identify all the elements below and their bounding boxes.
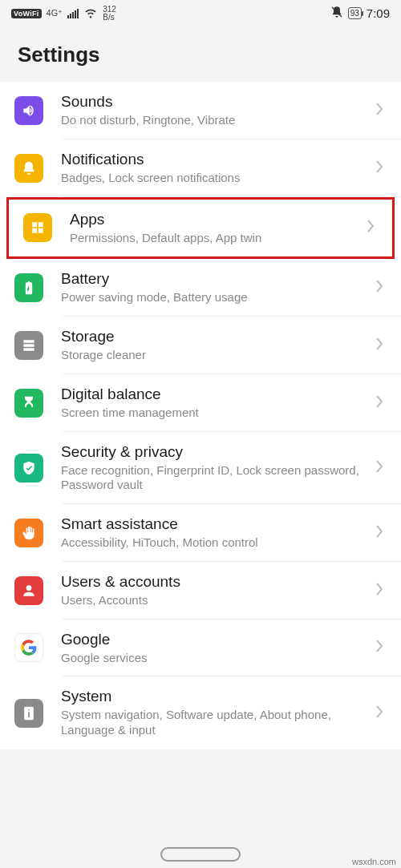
chevron-right-icon (375, 337, 387, 353)
navbar (0, 847, 401, 862)
user-icon (14, 576, 43, 605)
row-title: Google (61, 631, 375, 648)
row-google[interactable]: Google Google services (0, 620, 401, 677)
row-system[interactable]: System System navigation, Software updat… (0, 676, 401, 749)
row-sounds[interactable]: Sounds Do not disturb, Ringtone, Vibrate (0, 82, 401, 139)
row-sub: Do not disturb, Ringtone, Vibrate (61, 113, 375, 128)
status-right: 93 7:09 (330, 6, 390, 21)
attribution: wsxdn.com (352, 857, 396, 866)
status-bar: VoWiFi 4G⁺ 312 B/s 93 7:09 (0, 0, 401, 25)
network-gen: 4G⁺ (47, 8, 63, 18)
row-title: Sounds (61, 93, 375, 111)
row-title: Storage (61, 328, 375, 345)
row-title: Notifications (61, 151, 375, 168)
chevron-right-icon (367, 220, 378, 236)
row-storage[interactable]: Storage Storage cleaner (0, 317, 401, 374)
hourglass-icon (14, 389, 43, 418)
chevron-right-icon (375, 395, 387, 411)
row-title: Smart assistance (61, 515, 375, 533)
settings-list: Sounds Do not disturb, Ringtone, Vibrate… (0, 82, 401, 749)
row-notifications[interactable]: Notifications Badges, Lock screen notifi… (0, 139, 401, 197)
storage-icon (14, 331, 43, 360)
page-title: Settings (0, 25, 401, 82)
chevron-right-icon (375, 460, 387, 476)
battery-icon (14, 273, 43, 302)
shield-icon (14, 454, 43, 482)
row-sub: Screen time management (61, 406, 375, 421)
chevron-right-icon (375, 525, 387, 541)
row-sub: Storage cleaner (61, 348, 375, 363)
chevron-right-icon (375, 705, 387, 721)
row-apps[interactable]: Apps Permissions, Default apps, App twin (9, 200, 392, 257)
signal-icon (67, 9, 79, 18)
apps-icon (23, 213, 52, 242)
row-sub: Permissions, Default apps, App twin (70, 231, 367, 246)
row-sub: Power saving mode, Battery usage (61, 290, 375, 305)
chevron-right-icon (375, 103, 387, 119)
row-digital-balance[interactable]: Digital balance Screen time management (0, 374, 401, 432)
row-title: Battery (61, 270, 375, 288)
row-title: Security & privacy (61, 443, 375, 461)
row-sub: System navigation, Software update, Abou… (61, 708, 375, 738)
home-pill[interactable] (160, 847, 241, 862)
row-battery[interactable]: Battery Power saving mode, Battery usage (0, 259, 401, 317)
row-title: Users & accounts (61, 573, 375, 591)
wifi-icon (83, 5, 98, 22)
highlight-box: Apps Permissions, Default apps, App twin (6, 197, 395, 260)
row-security[interactable]: Security & privacy Face recognition, Fin… (0, 432, 401, 505)
row-sub: Badges, Lock screen notifications (61, 171, 375, 186)
chevron-right-icon (375, 280, 387, 296)
google-icon (14, 633, 43, 662)
chevron-right-icon (375, 583, 387, 599)
vowifi-badge: VoWiFi (11, 9, 42, 18)
chevron-right-icon (375, 640, 387, 656)
phone-info-icon (14, 699, 43, 728)
row-title: Digital balance (61, 386, 375, 403)
row-sub: Accessibility, HiTouch, Motion control (61, 535, 375, 551)
row-users[interactable]: Users & accounts Users, Accounts (0, 562, 401, 620)
settings-screen: { "status": { "vowifi": "VoWiFi", "net_g… (0, 0, 401, 868)
row-sub: Google services (61, 651, 375, 666)
battery-indicator: 93 (348, 7, 362, 19)
hand-icon (14, 519, 43, 547)
chevron-right-icon (375, 160, 387, 176)
status-left: VoWiFi 4G⁺ 312 B/s (11, 5, 116, 22)
row-title: System (61, 688, 375, 705)
sound-icon (14, 96, 43, 125)
row-sub: Face recognition, Fingerprint ID, Lock s… (61, 463, 375, 494)
row-smart-assistance[interactable]: Smart assistance Accessibility, HiTouch,… (0, 504, 401, 562)
net-speed: 312 B/s (103, 6, 116, 22)
mute-icon (330, 6, 343, 21)
clock: 7:09 (367, 6, 390, 20)
row-title: Apps (70, 211, 367, 228)
row-sub: Users, Accounts (61, 593, 375, 608)
bell-icon (14, 154, 43, 183)
